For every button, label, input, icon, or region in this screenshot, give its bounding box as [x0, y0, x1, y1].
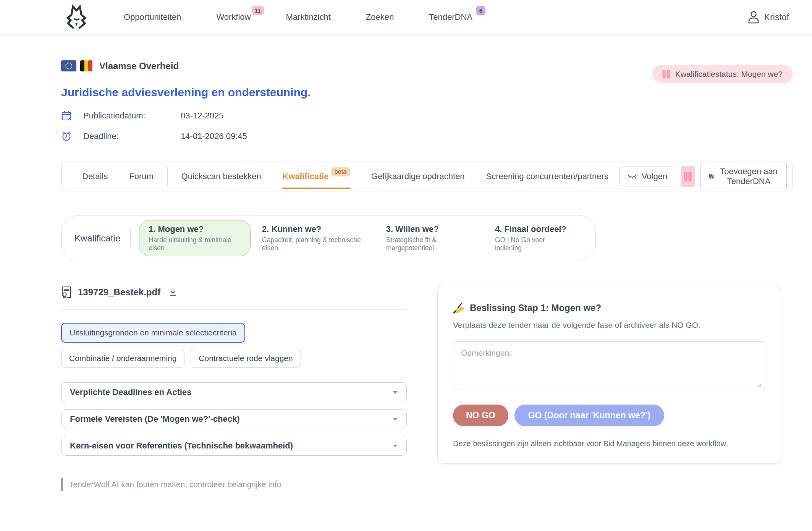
add-to-tenderdna-button[interactable]: Toevoegen aan TenderDNA: [700, 162, 787, 191]
target-dart-icon: [708, 172, 714, 181]
steps-label: Kwalificatie: [74, 233, 120, 244]
tenderwolf-logo[interactable]: [65, 4, 89, 31]
analysis-column: 139729_Bestek.pdf Uitsluitingsgronden en…: [61, 286, 407, 491]
nav-item-tenderdna[interactable]: TenderDNA 6: [429, 12, 472, 22]
belgium-flag-icon: [80, 60, 92, 71]
chevron-down-icon: [393, 444, 398, 448]
qualification-steps: Kwalificatie 1. Mogen we? Harde uitsluit…: [61, 215, 596, 261]
tab-details[interactable]: Details: [71, 162, 118, 191]
accordion-verplichte-deadlines[interactable]: Verplichte Deadlines en Acties: [61, 382, 407, 402]
chevron-down-icon: [393, 391, 398, 394]
tab-screening-concurrenten[interactable]: Screening concurrenten/partners: [475, 162, 619, 191]
eye-closed-icon: [627, 173, 637, 180]
tab-forum[interactable]: Forum: [118, 162, 164, 191]
chip-combinatie[interactable]: Combinatie / onderaanneming: [61, 349, 184, 368]
nav-item-workflow[interactable]: Workflow 11: [216, 12, 251, 22]
steps-separator: [130, 228, 131, 249]
tender-title[interactable]: Juridische adviesverlening en ondersteun…: [61, 86, 793, 99]
tab-divider: [167, 167, 168, 186]
user-name: Kristof: [764, 12, 789, 23]
step-4-finaal-oordeel[interactable]: 4. Finaal oordeel? GO | No Go voor indie…: [495, 224, 567, 252]
qualification-status-badge: Kwalificatiestatus: Mogen we?: [652, 65, 793, 83]
tab-actions: Volgen Toevoegen aan TenderDNA: [619, 162, 787, 191]
document-name[interactable]: 139729_Bestek.pdf: [78, 287, 160, 298]
wolf-icon: [65, 5, 88, 30]
decision-subtitle: Verplaats deze tender naar de volgende f…: [453, 321, 765, 330]
pause-icon: [662, 70, 670, 79]
disclaimer-bar: [61, 478, 63, 491]
tenderdna-count-badge: 6: [476, 6, 485, 15]
pause-icon: [684, 172, 692, 181]
deadline-value: 14-01-2026 09:45: [181, 131, 247, 141]
go-button[interactable]: GO (Door naar 'Kunnen we?'): [514, 405, 664, 426]
decision-visibility-note: Deze beslissingen zijn alleen zichtbaar …: [453, 439, 765, 448]
tab-kwalificatie[interactable]: Kwalificatie beta: [272, 162, 361, 191]
document-row: 139729_Bestek.pdf: [61, 286, 407, 299]
pause-status-button[interactable]: [681, 166, 695, 187]
chevron-down-icon: [393, 418, 398, 421]
ai-disclaimer: TenderWolf AI kan fouten maken, controle…: [61, 478, 407, 491]
accordion-formele-vereisten[interactable]: Formele Vereisten (De 'Mogen we?'-check): [61, 409, 407, 429]
publication-date-value: 03-12-2025: [181, 111, 224, 121]
accordion-kern-eisen-referenties[interactable]: Kern-eisen voor Referenties (Technische …: [61, 436, 407, 456]
contracting-authority: Vlaamse Overheid: [99, 61, 179, 71]
alarm-clock-icon: [61, 131, 73, 142]
download-icon[interactable]: [169, 288, 177, 297]
chip-contractuele-rode-vlaggen[interactable]: Contractuele rode vlaggen: [191, 349, 301, 368]
nav-item-opportuniteiten[interactable]: Opportuniteiten: [124, 12, 181, 22]
tab-gelijkaardige-opdrachten[interactable]: Gelijkaardige opdrachten: [361, 162, 476, 191]
topic-chips: Uitsluitingsgronden en minimale selectie…: [61, 323, 374, 368]
deadline-row: Deadline: 14-01-2026 09:45: [61, 131, 793, 142]
certificate-icon: [61, 286, 72, 299]
user-menu[interactable]: Kristof: [747, 11, 789, 24]
writing-hand-icon: [453, 302, 464, 314]
step-2-kunnen-we[interactable]: 2. Kunnen we? Capaciteit, planning & tec…: [262, 224, 369, 252]
nav-item-zoeken[interactable]: Zoeken: [366, 12, 394, 22]
calendar-icon: [61, 110, 73, 121]
step-3-willen-we[interactable]: 3. Willen we? Strategische fit & margepo…: [386, 224, 478, 252]
chip-uitsluitingsgronden[interactable]: Uitsluitingsgronden en minimale selectie…: [61, 323, 245, 343]
top-navigation: Opportuniteiten Workflow 11 Marktinzicht…: [0, 0, 812, 34]
user-icon: [747, 11, 760, 24]
tab-quickscan-bestekken[interactable]: Quickscan bestekken: [171, 162, 272, 191]
tab-bar: Details Forum Quickscan bestekken Kwalif…: [61, 162, 793, 191]
tender-header: Vlaamse Overheid Juridische adviesverlen…: [61, 60, 793, 142]
accordion-list: Verplichte Deadlines en Acties Formele V…: [61, 382, 407, 456]
beta-badge: beta: [331, 167, 350, 176]
publication-date-row: Publicatiedatum: 03-12-2025: [61, 110, 793, 121]
decision-title: Beslissing Stap 1: Mogen we?: [470, 303, 601, 313]
remarks-textarea[interactable]: [453, 341, 765, 390]
step-1-mogen-we[interactable]: 1. Mogen we? Harde uitsluiting & minimal…: [139, 220, 251, 256]
decision-card: Beslissing Stap 1: Mogen we? Verplaats d…: [437, 286, 781, 464]
no-go-button[interactable]: NO GO: [453, 405, 508, 426]
workflow-count-badge: 11: [252, 6, 264, 15]
nav-items: Opportuniteiten Workflow 11 Marktinzicht…: [124, 12, 472, 22]
nav-item-marktinzicht[interactable]: Marktinzicht: [286, 12, 331, 22]
eu-flag-icon: [61, 60, 76, 71]
section-divider: [61, 309, 407, 310]
follow-button[interactable]: Volgen: [619, 167, 675, 186]
